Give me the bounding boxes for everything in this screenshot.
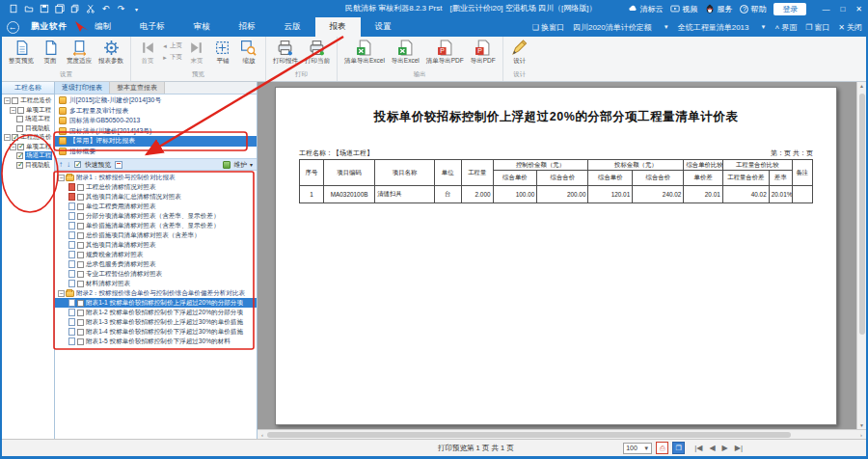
report-checklist-item[interactable]: − 附表1-5 投标单价较招标控制价下浮超过30%的材料 [55, 337, 257, 346]
last-page-button[interactable]: 末页 [185, 38, 208, 66]
report-checkbox[interactable] [77, 194, 84, 201]
tree-checkbox-checked[interactable] [16, 152, 23, 159]
close-project-button[interactable]: ✕关闭 [838, 22, 862, 33]
report-category-item[interactable]: 川[2015]定额-川建价[2014]30号 [55, 95, 257, 106]
tree-node-pavement[interactable]: 场道工程 [2, 115, 54, 124]
export-excel-button[interactable]: 导出Excel [390, 38, 421, 66]
print-report-button[interactable]: 打印报件 [271, 38, 300, 66]
page-setup-button[interactable]: 页面 [39, 38, 62, 66]
menu-tab[interactable]: 电子标 [125, 17, 179, 37]
refresh-preview-icon[interactable]: ❐ [672, 442, 685, 454]
cloud-service-button[interactable]: 清标云 [628, 4, 663, 14]
report-checkbox[interactable] [77, 242, 84, 249]
tree-node-project-total[interactable]: −工程总造价 [2, 133, 54, 143]
report-checklist-item[interactable]: − 其他项目清单汇总清标情况对照表 [55, 192, 257, 202]
help-button[interactable]: ? 帮助 [740, 4, 766, 14]
scroll-right-icon[interactable]: › [856, 432, 866, 438]
report-checklist-item[interactable]: − 工程总价清标情况对照表 [55, 182, 257, 192]
report-checkbox[interactable] [77, 203, 84, 210]
report-checkbox[interactable] [77, 232, 84, 239]
menu-tab[interactable]: 设置 [361, 17, 406, 37]
report-category-item[interactable]: 国标清单(川建价[2014]43号) [55, 126, 257, 137]
expand-toggle-icon[interactable]: − [10, 144, 16, 150]
report-checkbox[interactable] [77, 261, 84, 268]
report-checkbox[interactable] [77, 281, 84, 287]
scroll-up-icon[interactable]: ▲ [859, 83, 864, 89]
tree-checkbox[interactable] [17, 107, 24, 114]
report-checklist-item[interactable]: − 附录2：投标报价综合单价与控制价综合单价偏差分析对比表 [55, 288, 257, 298]
redo-icon[interactable]: ↷ [116, 4, 126, 14]
horizontal-scrollbar[interactable]: ‹ › [258, 429, 866, 439]
scroll-left-icon[interactable]: ‹ [258, 432, 267, 438]
prev-page-button[interactable]: ◄上页 [162, 41, 182, 50]
tree-node-single-project[interactable]: −单项工程 [2, 143, 54, 152]
horizontal-scroll-thumb[interactable] [267, 432, 791, 438]
last-page-nav-icon[interactable]: ▶| [735, 444, 743, 452]
report-checklist-item[interactable]: − 单位工程费用清标对照表 [55, 202, 257, 211]
undo-icon[interactable]: ↶ [100, 4, 111, 14]
report-checkbox[interactable] [77, 310, 84, 316]
back-button[interactable]: ← [2, 17, 23, 37]
report-checkbox[interactable] [77, 271, 84, 278]
fullpage-preview-button[interactable]: 整页预览 [7, 38, 36, 66]
report-checklist-item[interactable]: − 附表1-2 投标单价较招标控制价下浮超过20%的分部分项 [55, 308, 257, 317]
tree-checkbox-checked[interactable] [16, 162, 23, 169]
report-checklist-item[interactable]: − 规费税金清标对照表 [55, 250, 257, 259]
expand-toggle-icon[interactable]: − [58, 175, 65, 181]
qat-more-icon[interactable]: ▾ [131, 4, 142, 14]
report-checklist-item[interactable]: − 专业工程暂估价清标对照表 [55, 269, 257, 279]
open-folder-icon[interactable] [23, 4, 34, 14]
report-checklist-item[interactable]: − 附录1：投标报价与控制价对比报表 [55, 173, 257, 182]
next-page-button[interactable]: ►下页 [162, 53, 182, 62]
report-checklist-item[interactable]: − 材料清标对照表 [55, 279, 257, 288]
report-checklist-item[interactable]: − 分部分项清单清标对照表（含差率、显示价差） [55, 211, 257, 221]
menu-tab[interactable]: 云版 [270, 17, 315, 37]
menu-tab[interactable]: 审核 [179, 17, 225, 37]
expand-toggle-icon[interactable]: − [10, 107, 16, 114]
first-page-button[interactable]: 首页 [136, 38, 159, 66]
tree-checkbox[interactable] [16, 116, 23, 122]
tree-checkbox[interactable] [12, 97, 18, 104]
report-category-item[interactable]: 指标概要 [55, 147, 257, 157]
next-page-nav-icon[interactable]: ▶ [722, 444, 728, 452]
report-checklist-item[interactable]: − 总承包服务费清标对照表 [55, 259, 257, 269]
first-page-nav-icon[interactable]: |◀ [694, 444, 702, 452]
menu-tab[interactable]: 编制 [80, 17, 125, 37]
service-button[interactable]: 服务 [705, 4, 732, 14]
new-file-icon[interactable] [8, 4, 18, 14]
quota-standard-select[interactable]: 四川2020清单计价定额▼ [573, 22, 669, 33]
report-category-item[interactable]: 多工程量及审计报表 [55, 106, 257, 117]
tree-node-single-project[interactable]: −单项工程 [2, 106, 54, 116]
report-checkbox[interactable] [77, 338, 84, 345]
copy-icon[interactable] [69, 4, 80, 14]
menu-tab[interactable]: 报表 [315, 17, 361, 37]
expand-toggle-icon[interactable]: − [4, 134, 11, 141]
tree-checkbox[interactable] [16, 125, 23, 132]
switch-window-button[interactable]: ❏换窗口 [532, 22, 564, 33]
vertical-scrollbar[interactable]: ▲ ▼ [856, 82, 866, 429]
window-menu-button[interactable]: ❐窗口 [805, 22, 829, 33]
maximize-button[interactable]: □ [840, 5, 845, 14]
video-button[interactable]: 视频 [670, 4, 697, 14]
expand-toggle-icon[interactable]: − [4, 97, 11, 104]
report-panel-tab[interactable]: 逐级打印报表 [55, 82, 110, 94]
login-button[interactable]: 登录 [773, 3, 806, 15]
zoom-button[interactable]: 缩放 [237, 38, 260, 66]
report-checkbox[interactable] [77, 213, 84, 220]
tree-checkbox-checked[interactable] [17, 144, 24, 150]
report-checklist-item[interactable]: − 附表1-1 投标单价较招标控制价上浮超过20%的分部分项 [55, 298, 257, 308]
tree-checkbox-checked[interactable] [12, 134, 18, 141]
report-checkbox[interactable] [77, 319, 84, 326]
cut-icon[interactable] [85, 4, 95, 14]
export-pdf-button[interactable]: P 导出PDF [469, 38, 498, 66]
report-checkbox[interactable] [77, 223, 84, 230]
report-checkbox[interactable] [77, 184, 84, 191]
report-checkbox[interactable] [77, 300, 84, 307]
close-preview-icon[interactable]: ⎙ [656, 442, 668, 454]
export-list-excel-button[interactable]: 清单导出Excel [342, 38, 387, 66]
report-checklist-item[interactable]: − 附表1-4 投标单价较招标控制价下浮超过30%的单价措施 [55, 327, 257, 337]
report-checklist-item[interactable]: − 总价措施项目清单清标对照表（含差率） [55, 230, 257, 240]
report-checklist-item[interactable]: − 其他项目清单清标对照表 [55, 240, 257, 250]
report-category-item[interactable]: 【常用】评标对比报表 [55, 136, 257, 147]
tree-node-pavement-selected[interactable]: 场道工程 [2, 151, 54, 161]
